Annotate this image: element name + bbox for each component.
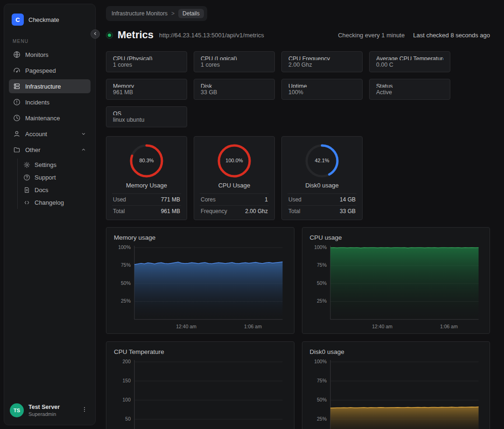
stat-label: Memory: [113, 83, 180, 88]
gauge-detail-row: Total 33 GB: [287, 205, 357, 217]
check-interval-text: Checking every 1 minute: [338, 32, 405, 39]
sidebar: C Checkmate MENU Monitors Pagespeed: [4, 4, 96, 425]
stat-label: Disk: [201, 83, 268, 88]
breadcrumb-parent[interactable]: Infrastructure Monitors: [112, 10, 168, 17]
chevron-up-icon: [81, 147, 86, 152]
stat-card-disk: Disk 33 GB: [194, 79, 275, 100]
stat-value: 961 MB: [113, 89, 180, 96]
charts-grid: Memory usage 100%75%50%25%12:40 am1:06 a…: [106, 227, 490, 429]
gauge-key: Frequency: [201, 208, 227, 214]
folder-icon: [13, 146, 21, 153]
gauge-detail-row: Used 771 MB: [112, 194, 181, 205]
header-meta: Checking every 1 minute Last checked 8 s…: [338, 32, 490, 39]
sidebar-item-label: Incidents: [25, 99, 49, 106]
stat-card-avg-cpu-temperature: Average CPU Temperature 0.00 C: [369, 51, 450, 72]
sidebar-item-other[interactable]: Other: [9, 143, 91, 157]
stat-label: OS: [113, 111, 180, 115]
gauge-percent: 42.1%: [315, 158, 329, 163]
sidebar-item-label: Changelog: [35, 199, 64, 206]
gauge-title: CPU Usage: [200, 182, 269, 189]
clock-icon: [13, 114, 21, 122]
page-header: Metrics http://64.23.145.13:5001/api/v1/…: [106, 29, 490, 41]
svg-text:1:06 am: 1:06 am: [244, 324, 262, 329]
stat-value: 0.00 C: [376, 62, 443, 68]
gear-icon: [23, 161, 30, 168]
user-name: Test Server: [28, 404, 60, 411]
user-menu-button[interactable]: [79, 404, 90, 416]
stat-label: Average CPU Temperature: [376, 55, 443, 60]
user-info: Test Server Superadmin: [28, 404, 60, 417]
help-circle-icon: [23, 174, 30, 181]
sidebar-item-label: Pagespeed: [25, 67, 56, 74]
chart-card-memory-usage: Memory usage 100%75%50%25%12:40 am1:06 a…: [106, 227, 294, 334]
alert-circle-icon: [13, 98, 21, 106]
stat-label: Uptime: [288, 83, 356, 88]
disk0-usage-chart: 100%75%50%25%12:40 am1:06 am: [310, 357, 483, 429]
sidebar-item-label: Maintenance: [25, 115, 60, 122]
svg-text:12:40 am: 12:40 am: [372, 324, 392, 329]
chevron-down-icon: [81, 131, 86, 137]
svg-text:100%: 100%: [118, 244, 131, 250]
svg-text:150: 150: [122, 378, 131, 383]
stat-value: Active: [376, 89, 443, 96]
sidebar-nav: Monitors Pagespeed Infrastructure Incide…: [4, 47, 95, 210]
svg-text:50%: 50%: [316, 397, 326, 402]
sidebar-item-label: Account: [25, 131, 47, 138]
stat-card-uptime: Uptime 100%: [281, 79, 363, 100]
stat-card-cpu-logical: CPU (Logical) 1 cores: [194, 51, 275, 72]
sidebar-item-label: Other: [25, 146, 41, 153]
sidebar-item-monitors[interactable]: Monitors: [9, 48, 91, 62]
speedometer-icon: [13, 67, 21, 74]
breadcrumb-separator: >: [171, 10, 175, 17]
memory-usage-chart: 100%75%50%25%12:40 am1:06 am: [114, 243, 287, 332]
stat-value: linux ubuntu: [113, 117, 180, 123]
svg-text:1:06 am: 1:06 am: [440, 324, 458, 329]
gauge-details: Used 771 MB Total 961 MB: [112, 194, 181, 217]
globe-icon: [13, 51, 21, 58]
svg-text:200: 200: [122, 359, 131, 364]
gauge-key: Total: [288, 208, 300, 214]
user-role: Superadmin: [28, 411, 60, 417]
chart-title: CPU usage: [310, 234, 483, 241]
svg-text:75%: 75%: [316, 378, 326, 383]
sidebar-item-docs[interactable]: Docs: [19, 184, 91, 196]
logo-mark: C: [12, 14, 24, 26]
svg-text:75%: 75%: [121, 262, 131, 268]
sidebar-collapse-button[interactable]: [91, 29, 100, 39]
gauge-details: Cores 1 Frequency 2.00 Ghz: [200, 194, 269, 217]
chart-title: CPU Temperature: [114, 348, 287, 355]
gauge-detail-row: Cores 1: [200, 194, 269, 205]
monitor-url: http://64.23.145.13:5001/api/v1/metrics: [159, 32, 264, 39]
page-title: Metrics: [118, 29, 154, 41]
sidebar-item-maintenance[interactable]: Maintenance: [9, 111, 91, 125]
gauge-card-memory-usage: 80.3% Memory Usage Used 771 MB Total 961…: [106, 136, 187, 220]
svg-text:50: 50: [125, 416, 131, 422]
sidebar-item-infrastructure[interactable]: Infrastructure: [9, 79, 91, 93]
chevron-left-icon: [92, 30, 98, 38]
stat-label: CPU (Logical): [201, 55, 268, 60]
chart-title: Disk0 usage: [310, 348, 483, 355]
gauge-title: Memory Usage: [112, 182, 181, 189]
svg-text:12:40 am: 12:40 am: [176, 324, 196, 329]
stat-card-status: Status Active: [369, 79, 450, 100]
sidebar-item-account[interactable]: Account: [9, 127, 91, 141]
menu-section-label: MENU: [13, 39, 87, 44]
breadcrumb-current: Details: [178, 9, 204, 18]
sidebar-item-changelog[interactable]: Changelog: [19, 196, 91, 209]
sidebar-other-sublist: Settings Support Docs: [17, 159, 91, 209]
person-icon: [13, 130, 21, 138]
stat-label: CPU (Physical): [113, 55, 180, 60]
chart-card-cpu-temperature: CPU Temperature 20015010050012:40 am1:06…: [106, 341, 294, 429]
stat-label: CPU Frequency: [288, 55, 356, 60]
sidebar-item-support[interactable]: Support: [19, 171, 91, 184]
gauge-key: Used: [288, 196, 301, 203]
sidebar-item-settings[interactable]: Settings: [19, 159, 91, 171]
server-icon: [13, 83, 21, 90]
gauge-key: Used: [113, 196, 126, 203]
sidebar-item-pagespeed[interactable]: Pagespeed: [9, 63, 91, 77]
sidebar-item-incidents[interactable]: Incidents: [9, 95, 91, 109]
gauge-donut: 80.3%: [112, 143, 181, 179]
svg-text:75%: 75%: [316, 262, 326, 268]
svg-text:100: 100: [122, 397, 131, 402]
gauge-detail-row: Total 961 MB: [112, 205, 181, 217]
